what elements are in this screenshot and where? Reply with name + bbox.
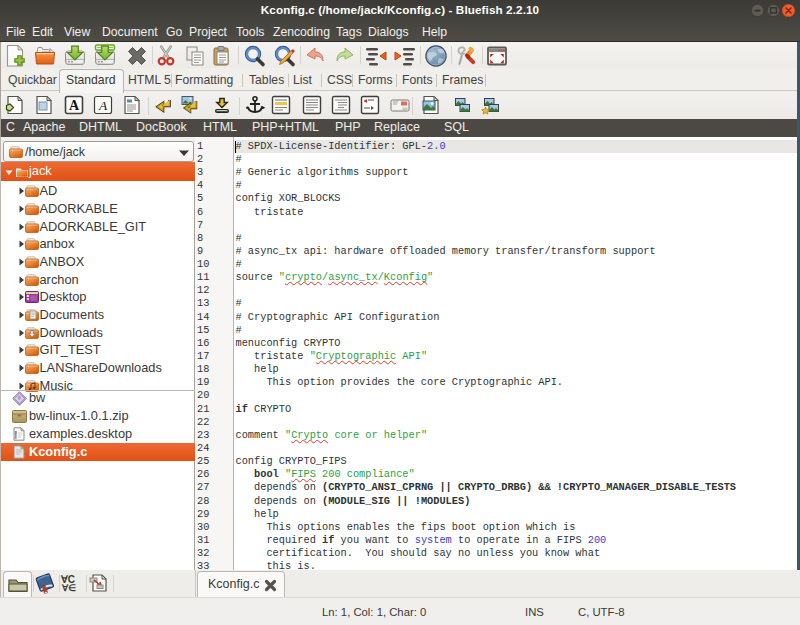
- svg-text:∀∈: ∀∈: [61, 583, 76, 593]
- svg-text:A: A: [69, 98, 80, 113]
- svg-text:A: A: [98, 98, 108, 113]
